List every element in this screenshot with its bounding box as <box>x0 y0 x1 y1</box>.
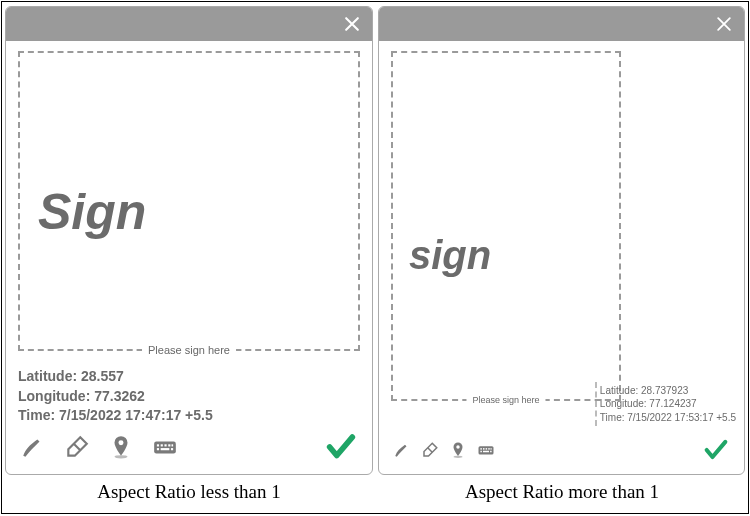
time-row: Time: 7/15/2022 17:47:17 +5.5 <box>18 406 360 426</box>
longitude-row: Longitude: 77.124237 <box>600 397 736 411</box>
svg-rect-21 <box>490 451 492 453</box>
svg-rect-3 <box>157 444 159 446</box>
location-pin-icon[interactable] <box>449 441 467 459</box>
confirm-button[interactable] <box>324 430 358 464</box>
signature-panel-left: Sign Please sign here Latitude: 28.557 L… <box>5 6 373 475</box>
svg-rect-7 <box>172 444 174 446</box>
svg-rect-13 <box>479 446 494 454</box>
svg-rect-8 <box>157 448 159 450</box>
latitude-row: Latitude: 28.737923 <box>600 384 736 398</box>
svg-rect-16 <box>486 448 488 450</box>
please-sign-label: Please sign here <box>142 344 236 356</box>
comparison-container: Sign Please sign here Latitude: 28.557 L… <box>1 1 749 514</box>
svg-point-1 <box>115 455 128 458</box>
keyboard-icon[interactable] <box>477 441 495 459</box>
caption-right: Aspect Ratio more than 1 <box>376 481 748 503</box>
svg-rect-14 <box>480 448 482 450</box>
close-icon[interactable] <box>714 14 734 34</box>
signature-box[interactable]: sign Please sign here <box>391 51 621 401</box>
svg-rect-17 <box>488 448 490 450</box>
toolbar <box>391 432 732 470</box>
geo-metadata: Latitude: 28.557 Longitude: 77.3262 Time… <box>18 367 360 426</box>
svg-point-12 <box>454 456 463 458</box>
svg-point-11 <box>456 445 459 448</box>
signature-placeholder: sign <box>409 233 491 278</box>
svg-rect-9 <box>161 448 170 450</box>
longitude-row: Longitude: 77.3262 <box>18 387 360 407</box>
latitude-row: Latitude: 28.557 <box>18 367 360 387</box>
panel-body: Sign Please sign here Latitude: 28.557 L… <box>6 41 372 474</box>
svg-rect-18 <box>491 448 492 450</box>
svg-rect-10 <box>171 448 173 450</box>
signature-panel-right: sign Please sign here Latitude: 28.73792… <box>378 6 745 475</box>
panels-row: Sign Please sign here Latitude: 28.557 L… <box>2 2 748 475</box>
toolbar <box>18 426 360 470</box>
svg-rect-19 <box>480 451 482 453</box>
sign-area-wrap: sign Please sign here <box>391 51 732 432</box>
signature-box[interactable]: Sign Please sign here <box>18 51 360 351</box>
captions-row: Aspect Ratio less than 1 Aspect Ratio mo… <box>2 475 748 513</box>
brush-icon[interactable] <box>20 434 46 460</box>
brush-icon[interactable] <box>393 441 411 459</box>
sign-area-wrap: Sign Please sign here <box>18 51 360 355</box>
titlebar <box>6 7 372 41</box>
titlebar <box>379 7 744 41</box>
eraser-icon[interactable] <box>421 441 439 459</box>
keyboard-icon[interactable] <box>152 434 178 460</box>
svg-rect-20 <box>483 451 489 453</box>
panel-body: sign Please sign here Latitude: 28.73792… <box>379 41 744 474</box>
geo-metadata: Latitude: 28.737923 Longitude: 77.124237… <box>595 382 736 427</box>
confirm-button[interactable] <box>702 436 730 464</box>
svg-rect-4 <box>161 444 163 446</box>
svg-rect-5 <box>164 444 166 446</box>
svg-point-0 <box>119 440 124 445</box>
please-sign-label: Please sign here <box>466 395 545 405</box>
caption-left: Aspect Ratio less than 1 <box>2 481 376 503</box>
svg-rect-15 <box>483 448 485 450</box>
signature-placeholder: Sign <box>38 183 146 241</box>
close-icon[interactable] <box>342 14 362 34</box>
eraser-icon[interactable] <box>64 434 90 460</box>
location-pin-icon[interactable] <box>108 434 134 460</box>
svg-rect-2 <box>154 442 176 454</box>
time-row: Time: 7/15/2022 17:53:17 +5.5 <box>600 411 736 425</box>
svg-rect-6 <box>168 444 170 446</box>
